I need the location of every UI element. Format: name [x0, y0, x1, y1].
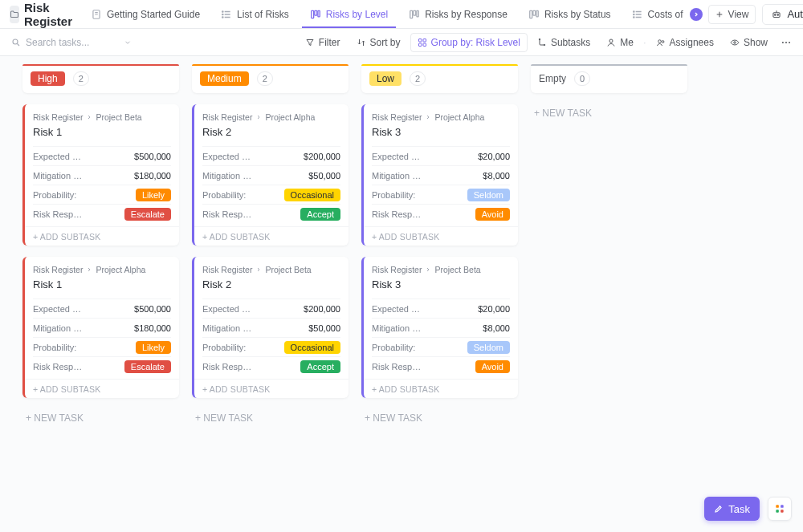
svg-point-17 — [775, 14, 777, 15]
filter-button[interactable]: Filter — [299, 34, 347, 51]
tab-costs-of[interactable]: Costs of — [623, 1, 705, 28]
svg-point-35 — [789, 42, 790, 43]
toolbar-more-button[interactable] — [777, 34, 795, 51]
sort-button[interactable]: Sort by — [350, 34, 407, 51]
board-icon — [310, 9, 321, 20]
svg-point-28 — [544, 44, 545, 46]
column-count: 0 — [574, 71, 590, 86]
doc-icon — [91, 9, 102, 20]
risk-card[interactable]: Risk Register Project Alpha Risk 2 Expec… — [192, 104, 349, 246]
mitigation-cost-value: $50,000 — [308, 171, 340, 181]
mitigation-cost-value: $8,000 — [483, 323, 510, 333]
svg-point-3 — [222, 17, 223, 18]
apps-fab[interactable] — [768, 497, 792, 521]
crumb-project: Project Alpha — [434, 112, 484, 122]
me-label: Me — [620, 37, 634, 48]
card-title: Risk 3 — [372, 122, 510, 146]
probability-tag: Occasional — [284, 341, 340, 354]
assignees-button[interactable]: Assignees — [650, 34, 720, 51]
tab-label: Risks by Response — [425, 9, 507, 20]
add-subtask-button[interactable]: + ADD SUBTASK — [194, 226, 349, 246]
more-views-badge[interactable] — [690, 8, 703, 21]
robot-icon — [771, 9, 782, 20]
field-label: Probability: — [33, 343, 85, 352]
automate-button[interactable]: Automate — [762, 4, 803, 25]
risk-card[interactable]: Risk Register Project Alpha Risk 3 Expec… — [361, 104, 518, 246]
column-header-medium[interactable]: Medium 2 — [192, 64, 349, 93]
search-input[interactable]: Search tasks... — [11, 37, 132, 48]
breadcrumb[interactable]: Risk Register Project Alpha — [33, 265, 171, 274]
field-label: Risk Respo… — [202, 362, 255, 372]
svg-rect-25 — [418, 43, 422, 47]
card-title: Risk 1 — [33, 122, 171, 146]
column-count: 2 — [73, 71, 89, 86]
add-subtask-button[interactable]: + ADD SUBTASK — [364, 226, 518, 246]
tab-risks-by-response[interactable]: Risks by Response — [400, 1, 516, 28]
svg-rect-23 — [418, 39, 422, 42]
risk-card[interactable]: Risk Register Project Beta Risk 1 Expect… — [22, 104, 179, 246]
field-label: Mitigation … — [372, 323, 424, 333]
tab-getting-started-guide[interactable]: Getting Started Guide — [82, 1, 209, 28]
add-subtask-button[interactable]: + ADD SUBTASK — [25, 226, 179, 246]
field-label: Mitigation … — [202, 171, 255, 181]
me-button[interactable]: Me — [600, 34, 640, 51]
tab-label: Risks by Level — [326, 9, 388, 20]
card-title: Risk 1 — [33, 274, 171, 298]
field-label: Mitigation … — [372, 171, 424, 181]
svg-point-14 — [633, 14, 634, 14]
new-task-fab[interactable]: Task — [704, 497, 760, 521]
new-task-button[interactable]: + NEW TASK — [361, 409, 518, 438]
tab-label: List of Risks — [237, 9, 289, 20]
tab-list-of-risks[interactable]: List of Risks — [212, 1, 298, 28]
probability-tag: Seldom — [467, 189, 510, 201]
column-header-low[interactable]: Low 2 — [361, 64, 518, 93]
risk-card[interactable]: Risk Register Project Alpha Risk 1 Expec… — [22, 257, 179, 398]
subtasks-button[interactable]: Subtasks — [531, 34, 597, 51]
svg-point-30 — [658, 39, 661, 43]
crumb-space: Risk Register — [202, 112, 252, 122]
show-button[interactable]: Show — [724, 34, 774, 51]
risk-card[interactable]: Risk Register Project Beta Risk 3 Expect… — [361, 257, 518, 398]
eye-icon — [730, 38, 740, 47]
new-task-button[interactable]: + NEW TASK — [192, 409, 349, 438]
column-empty: Empty 0 + NEW TASK — [531, 64, 687, 532]
breadcrumb[interactable]: Risk Register Project Beta — [372, 265, 510, 274]
tab-risks-by-level[interactable]: Risks by Level — [301, 1, 397, 28]
person-icon — [606, 38, 616, 47]
page-title: Risk Register — [24, 1, 72, 28]
card-title: Risk 2 — [202, 122, 340, 146]
breadcrumb[interactable]: Risk Register Project Beta — [33, 112, 171, 122]
folder-icon — [10, 6, 19, 23]
list-icon — [221, 9, 232, 20]
column-header-empty[interactable]: Empty 0 — [531, 64, 687, 93]
add-view-button[interactable]: View — [708, 5, 756, 24]
crumb-project: Project Beta — [434, 265, 480, 274]
level-pill-low: Low — [369, 71, 402, 86]
probability-tag: Seldom — [467, 341, 510, 354]
add-subtask-button[interactable]: + ADD SUBTASK — [25, 379, 179, 398]
svg-point-1 — [222, 11, 223, 12]
field-label: Probability: — [202, 343, 255, 352]
svg-point-32 — [734, 41, 736, 43]
field-label: Risk Respo… — [202, 209, 255, 219]
header: Risk Register Getting Started Guide List… — [0, 0, 803, 29]
group-by-button[interactable]: Group by: Risk Level — [410, 33, 528, 52]
crumb-project: Project Beta — [96, 112, 141, 122]
breadcrumb[interactable]: Risk Register Project Alpha — [202, 112, 340, 122]
new-task-button[interactable]: + NEW TASK — [22, 409, 179, 438]
add-subtask-button[interactable]: + ADD SUBTASK — [364, 379, 518, 398]
field-label: Mitigation … — [33, 171, 85, 181]
risk-card[interactable]: Risk Register Project Beta Risk 2 Expect… — [192, 257, 349, 398]
level-pill-medium: Medium — [200, 71, 249, 86]
tab-risks-by-status[interactable]: Risks by Status — [520, 1, 620, 28]
chevron-down-icon[interactable] — [124, 39, 132, 47]
add-subtask-button[interactable]: + ADD SUBTASK — [194, 379, 349, 398]
level-pill-high: High — [31, 71, 65, 86]
list-icon — [632, 9, 643, 20]
pencil-icon — [714, 504, 724, 514]
column-header-high[interactable]: High 2 — [22, 64, 179, 93]
svg-rect-26 — [423, 43, 426, 47]
new-task-button[interactable]: + NEW TASK — [531, 104, 687, 133]
breadcrumb[interactable]: Risk Register Project Beta — [202, 265, 340, 274]
breadcrumb[interactable]: Risk Register Project Alpha — [372, 112, 510, 122]
